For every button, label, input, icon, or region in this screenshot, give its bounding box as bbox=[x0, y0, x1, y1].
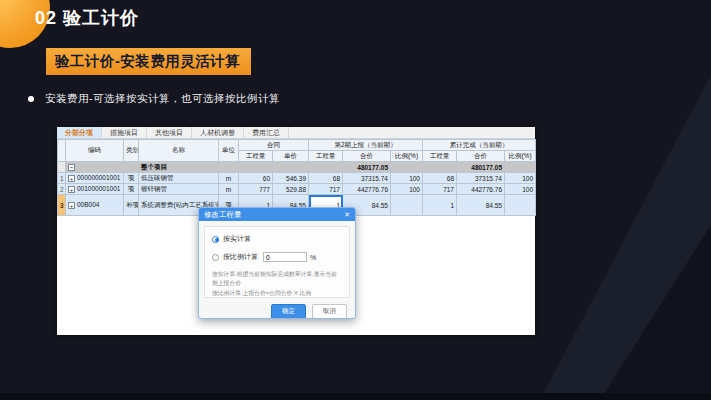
category-cell[interactable]: 项 bbox=[124, 173, 139, 184]
bullet-item: 安装费用-可选择按实计算，也可选择按比例计算 bbox=[28, 92, 280, 106]
done-qty-cell[interactable]: 717 bbox=[423, 184, 457, 195]
tab-fenbufenxiang[interactable]: 分部分项 bbox=[57, 127, 102, 138]
radio-option-actual[interactable]: 按实计算 bbox=[212, 234, 342, 244]
category-cell[interactable]: 补项 bbox=[124, 195, 139, 216]
summary-contract-price[interactable] bbox=[273, 162, 309, 173]
summary-report-amount[interactable]: 480177.05 bbox=[343, 162, 391, 173]
tab-feiyonghuizong[interactable]: 费用汇总 bbox=[244, 127, 289, 138]
bullet-icon bbox=[28, 96, 34, 102]
summary-row: − 整个项目 480177.05 480177.05 bbox=[58, 162, 536, 173]
rownum-cell[interactable]: 2 bbox=[58, 184, 66, 195]
report-pct-cell[interactable]: 100 bbox=[391, 173, 423, 184]
group-done-current: 累计完成（当前期） bbox=[423, 140, 536, 151]
percent-input[interactable] bbox=[263, 252, 307, 262]
cancel-button[interactable]: 取消 bbox=[312, 304, 347, 319]
contract-price-cell[interactable]: 529.88 bbox=[273, 184, 309, 195]
tab-cuoshixiangmu[interactable]: 措施项目 bbox=[102, 127, 147, 138]
report-qty-cell[interactable]: 717 bbox=[309, 184, 343, 195]
col-rownum bbox=[58, 140, 66, 162]
report-pct-cell[interactable] bbox=[391, 195, 423, 216]
radio-option-ratio[interactable]: 按比例计算 % bbox=[212, 252, 342, 262]
expand-icon[interactable]: + bbox=[68, 202, 75, 209]
name-cell[interactable]: 低压碳钢管 bbox=[139, 173, 219, 184]
table-row-2: 2 +001000001001 项 镀锌钢管 m 777 529.88 717 … bbox=[58, 184, 536, 195]
col-unit: 单位 bbox=[219, 140, 239, 162]
done-amount-cell[interactable]: 442776.76 bbox=[457, 184, 505, 195]
radio-selected-icon[interactable] bbox=[212, 236, 219, 243]
contract-price-cell[interactable]: 546.39 bbox=[273, 173, 309, 184]
done-amount-cell[interactable]: 84.55 bbox=[457, 195, 505, 216]
tab-rencaijitiaozheng[interactable]: 人材机调整 bbox=[192, 127, 244, 138]
radio-icon[interactable] bbox=[212, 254, 219, 261]
done-qty-cell[interactable]: 68 bbox=[423, 173, 457, 184]
code-text: 000000001001 bbox=[77, 174, 120, 181]
category-cell[interactable]: 项 bbox=[124, 184, 139, 195]
col-report-qty: 工程量 bbox=[309, 151, 343, 162]
summary-unit[interactable] bbox=[219, 162, 239, 173]
bullet-text: 安装费用-可选择按实计算，也可选择按比例计算 bbox=[45, 92, 280, 106]
group-contract: 合同 bbox=[239, 140, 309, 151]
unit-cell[interactable]: m bbox=[219, 184, 239, 195]
percent-suffix: % bbox=[310, 254, 316, 261]
bottom-edge-strip bbox=[0, 393, 711, 400]
summary-report-qty[interactable] bbox=[309, 162, 343, 173]
header-group-row: 编码 类别 名称 单位 合同 第2期上报（当前期） 累计完成（当前期） bbox=[58, 140, 536, 151]
done-amount-cell[interactable]: 37315.74 bbox=[457, 173, 505, 184]
expand-icon[interactable]: + bbox=[68, 186, 75, 193]
col-done-qty: 工程量 bbox=[423, 151, 457, 162]
done-qty-cell[interactable]: 1 bbox=[423, 195, 457, 216]
col-category: 类别 bbox=[124, 140, 139, 162]
collapse-icon[interactable]: − bbox=[68, 164, 75, 171]
code-cell[interactable]: +001000001001 bbox=[66, 184, 124, 195]
dialog-help-text: 按实计算:根据当前期实际完成数量计算,显示当前期上报合价 按比例计算:上报合价=… bbox=[212, 270, 342, 298]
done-pct-cell[interactable]: 100 bbox=[505, 173, 536, 184]
summary-report-pct[interactable] bbox=[391, 162, 423, 173]
contract-qty-cell[interactable]: 777 bbox=[239, 184, 273, 195]
summary-done-amount[interactable]: 480177.05 bbox=[457, 162, 505, 173]
col-name: 名称 bbox=[139, 140, 219, 162]
rownum-cell-selected[interactable]: 3 bbox=[58, 195, 66, 216]
done-pct-cell[interactable] bbox=[505, 195, 536, 216]
code-text: 001000001001 bbox=[77, 185, 120, 192]
dialog-title: 修改工程量 bbox=[204, 210, 242, 220]
summary-expander-cell[interactable]: − bbox=[66, 162, 124, 173]
col-contract-qty: 工程量 bbox=[239, 151, 273, 162]
pricing-table: 编码 类别 名称 单位 合同 第2期上报（当前期） 累计完成（当前期） 工程量 … bbox=[57, 139, 536, 216]
summary-cat[interactable] bbox=[124, 162, 139, 173]
report-qty-cell[interactable]: 68 bbox=[309, 173, 343, 184]
dialog-body: 按实计算 按比例计算 % 按实计算:根据当前期实际完成数量计算,显示当前期上报合… bbox=[204, 226, 350, 298]
col-code: 编码 bbox=[66, 140, 124, 162]
help-line-2: 按比例计算:上报合价=合同合价 X 比例 bbox=[212, 289, 342, 298]
report-amount-cell[interactable]: 442776.76 bbox=[343, 184, 391, 195]
summary-name[interactable]: 整个项目 bbox=[139, 162, 219, 173]
expand-icon[interactable]: + bbox=[68, 175, 75, 182]
rownum-cell[interactable]: 1 bbox=[58, 173, 66, 184]
code-cell[interactable]: +00B004 bbox=[66, 195, 124, 216]
dialog-footer: 确定 取消 bbox=[199, 303, 355, 319]
col-done-amount: 合价 bbox=[457, 151, 505, 162]
col-report-amount: 合价 bbox=[343, 151, 391, 162]
app-screenshot: 分部分项 措施项目 其他项目 人材机调整 费用汇总 编码 类别 名称 单位 合同… bbox=[57, 127, 535, 335]
section-banner: 验工计价-安装费用灵活计算 bbox=[46, 48, 251, 75]
report-amount-cell[interactable]: 37315.74 bbox=[343, 173, 391, 184]
name-cell[interactable]: 镀锌钢管 bbox=[139, 184, 219, 195]
group-report-current: 第2期上报（当前期） bbox=[309, 140, 423, 151]
page-title: 02 验工计价 bbox=[35, 6, 139, 30]
col-contract-price: 单价 bbox=[273, 151, 309, 162]
close-icon[interactable]: ✕ bbox=[344, 211, 350, 219]
summary-contract-qty[interactable] bbox=[239, 162, 273, 173]
done-pct-cell[interactable]: 100 bbox=[505, 184, 536, 195]
summary-done-pct[interactable] bbox=[505, 162, 536, 173]
ok-button[interactable]: 确定 bbox=[271, 304, 306, 319]
unit-cell[interactable]: m bbox=[219, 173, 239, 184]
contract-qty-cell[interactable]: 60 bbox=[239, 173, 273, 184]
col-done-pct: 比例(%) bbox=[505, 151, 536, 162]
dialog-titlebar[interactable]: 修改工程量 ✕ bbox=[199, 208, 355, 221]
tab-qitaxiangmu[interactable]: 其他项目 bbox=[147, 127, 192, 138]
radio-actual-label: 按实计算 bbox=[223, 234, 251, 244]
summary-done-qty[interactable] bbox=[423, 162, 457, 173]
col-report-pct: 比例(%) bbox=[391, 151, 423, 162]
report-pct-cell[interactable]: 100 bbox=[391, 184, 423, 195]
code-text: 00B004 bbox=[77, 201, 99, 208]
code-cell[interactable]: +000000001001 bbox=[66, 173, 124, 184]
